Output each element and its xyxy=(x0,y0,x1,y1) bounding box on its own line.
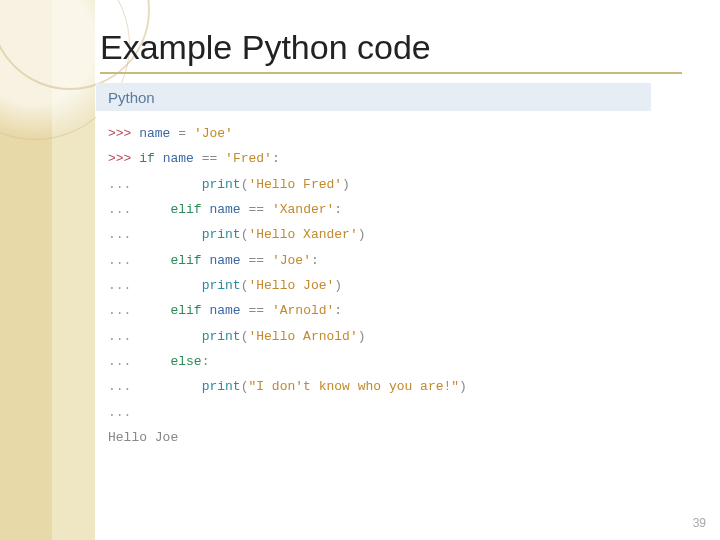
code-output: Hello Joe xyxy=(108,430,178,445)
code-token-func: print xyxy=(202,329,241,344)
repl-continuation: ... xyxy=(108,354,139,369)
code-token-str: "I don't know who you are!" xyxy=(248,379,459,394)
code-token-op: : xyxy=(334,303,342,318)
code-line: >>> name = 'Joe' xyxy=(108,121,639,146)
code-line: ... print('Hello Fred') xyxy=(108,172,639,197)
code-token-str: 'Arnold' xyxy=(272,303,334,318)
code-line: ... print('Hello Arnold') xyxy=(108,324,639,349)
code-line: ... else: xyxy=(108,349,639,374)
code-token-func: print xyxy=(202,177,241,192)
code-line: ... print('Hello Xander') xyxy=(108,222,639,247)
code-token-op: == xyxy=(202,151,218,166)
code-token-op: == xyxy=(249,303,265,318)
slide-title: Example Python code xyxy=(100,28,690,67)
code-line: ... print('Hello Joe') xyxy=(108,273,639,298)
code-token-str: 'Joe' xyxy=(194,126,233,141)
repl-continuation: ... xyxy=(108,202,139,217)
code-token-paren: ) xyxy=(459,379,467,394)
code-token-kw: elif xyxy=(170,202,201,217)
code-token-func: print xyxy=(202,278,241,293)
code-token-op: == xyxy=(249,253,265,268)
code-token-paren: ) xyxy=(358,227,366,242)
code-language-label: Python xyxy=(96,83,651,111)
repl-continuation: ... xyxy=(108,303,139,318)
code-token-kw: elif xyxy=(170,303,201,318)
code-panel: Python >>> name = 'Joe'>>> if name == 'F… xyxy=(96,83,651,458)
code-token-str: 'Hello Fred' xyxy=(248,177,342,192)
code-token-func: print xyxy=(202,379,241,394)
code-line: ... print("I don't know who you are!") xyxy=(108,374,639,399)
code-token-op: : xyxy=(272,151,280,166)
code-token-name: name xyxy=(139,126,170,141)
code-line: >>> if name == 'Fred': xyxy=(108,146,639,171)
repl-continuation: ... xyxy=(108,329,139,344)
repl-continuation: ... xyxy=(108,227,139,242)
code-token-str: 'Hello Joe' xyxy=(248,278,334,293)
repl-continuation: ... xyxy=(108,253,139,268)
code-token-name: name xyxy=(163,151,194,166)
slide: Example Python code Python >>> name = 'J… xyxy=(0,0,720,540)
code-token-paren: ) xyxy=(334,278,342,293)
repl-prompt: >>> xyxy=(108,151,139,166)
code-token-name: name xyxy=(209,253,240,268)
code-token-paren: ) xyxy=(358,329,366,344)
code-token-str: 'Fred' xyxy=(225,151,272,166)
repl-continuation: ... xyxy=(108,379,139,394)
code-token-op: : xyxy=(202,354,210,369)
code-line: ... xyxy=(108,400,639,425)
code-token-str: 'Joe' xyxy=(272,253,311,268)
code-token-paren: ) xyxy=(342,177,350,192)
code-token-kw: elif xyxy=(170,253,201,268)
code-token-str: 'Hello Arnold' xyxy=(248,329,357,344)
code-line: ... elif name == 'Joe': xyxy=(108,248,639,273)
code-token-str: 'Xander' xyxy=(272,202,334,217)
repl-continuation: ... xyxy=(108,405,139,420)
code-line: ... elif name == 'Arnold': xyxy=(108,298,639,323)
code-line: ... elif name == 'Xander': xyxy=(108,197,639,222)
code-token-name: name xyxy=(209,303,240,318)
page-number: 39 xyxy=(693,516,706,530)
repl-continuation: ... xyxy=(108,177,139,192)
code-token-op: : xyxy=(311,253,319,268)
code-token-name: name xyxy=(209,202,240,217)
code-token-op: == xyxy=(249,202,265,217)
code-token-kw: else xyxy=(170,354,201,369)
code-token-str: 'Hello Xander' xyxy=(248,227,357,242)
repl-prompt: >>> xyxy=(108,126,139,141)
code-token-op: = xyxy=(178,126,186,141)
code-line: Hello Joe xyxy=(108,425,639,450)
code-token-op: : xyxy=(334,202,342,217)
title-underline xyxy=(100,72,682,74)
repl-continuation: ... xyxy=(108,278,139,293)
code-token-func: print xyxy=(202,227,241,242)
code-token-kw: if xyxy=(139,151,155,166)
code-body: >>> name = 'Joe'>>> if name == 'Fred':..… xyxy=(96,111,651,458)
